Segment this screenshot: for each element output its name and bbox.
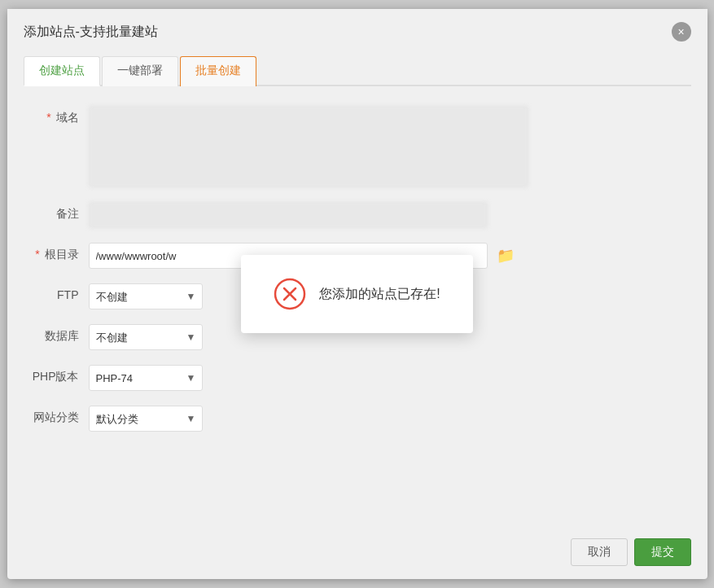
alert-overlay: 您添加的站点已存在! (7, 9, 707, 579)
main-dialog: 添加站点-支持批量建站 × 创建站点 一键部署 批量创建 * 域名 备注 * 根 (7, 9, 707, 579)
error-icon (274, 278, 306, 310)
alert-box: 您添加的站点已存在! (241, 255, 472, 333)
alert-message: 您添加的站点已存在! (319, 286, 440, 303)
